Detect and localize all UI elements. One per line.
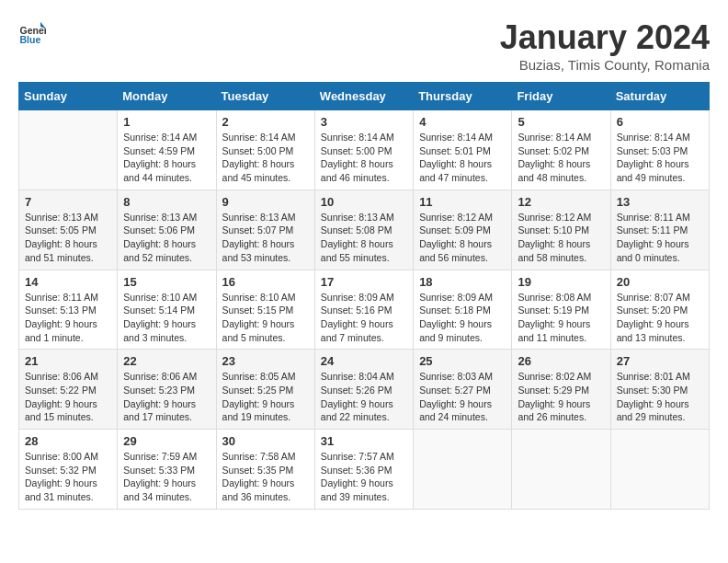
calendar-week-4: 28Sunrise: 8:00 AMSunset: 5:32 PMDayligh… [19,430,710,510]
header-saturday: Saturday [610,83,709,110]
calendar-cell-w3-d0: 21Sunrise: 8:06 AMSunset: 5:22 PMDayligh… [19,350,118,430]
day-number: 11 [419,195,506,209]
day-info: Sunrise: 8:14 AMSunset: 5:01 PMDaylight:… [419,131,506,185]
day-info: Sunrise: 8:14 AMSunset: 5:00 PMDaylight:… [321,131,407,185]
calendar-cell-w4-d4 [414,430,512,510]
day-number: 19 [518,275,604,289]
day-info: Sunrise: 8:10 AMSunset: 5:14 PMDaylight:… [123,291,210,345]
calendar-cell-w2-d6: 20Sunrise: 8:07 AMSunset: 5:20 PMDayligh… [610,270,709,350]
day-number: 3 [321,115,407,129]
day-info: Sunrise: 8:02 AMSunset: 5:29 PMDaylight:… [518,370,604,424]
calendar-cell-w4-d3: 31Sunrise: 7:57 AMSunset: 5:36 PMDayligh… [314,430,413,510]
header-monday: Monday [118,83,216,110]
day-number: 27 [617,354,703,368]
day-number: 26 [518,354,604,368]
day-number: 16 [222,275,309,289]
calendar-week-0: 1Sunrise: 8:14 AMSunset: 4:59 PMDaylight… [19,110,710,190]
calendar-cell-w4-d1: 29Sunrise: 7:59 AMSunset: 5:33 PMDayligh… [118,430,216,510]
calendar-cell-w0-d2: 2Sunrise: 8:14 AMSunset: 5:00 PMDaylight… [216,110,314,190]
day-number: 5 [518,115,604,129]
calendar-cell-w0-d0 [19,110,118,190]
calendar-body: 1Sunrise: 8:14 AMSunset: 4:59 PMDaylight… [19,110,710,510]
day-number: 23 [222,354,309,368]
day-info: Sunrise: 7:58 AMSunset: 5:35 PMDaylight:… [222,450,309,504]
day-number: 7 [25,195,111,209]
day-info: Sunrise: 8:01 AMSunset: 5:30 PMDaylight:… [617,370,703,424]
day-number: 12 [518,195,604,209]
day-number: 8 [123,195,210,209]
calendar-cell-w2-d3: 17Sunrise: 8:09 AMSunset: 5:16 PMDayligh… [314,270,413,350]
day-info: Sunrise: 8:06 AMSunset: 5:22 PMDaylight:… [25,370,111,424]
day-info: Sunrise: 8:09 AMSunset: 5:18 PMDaylight:… [419,291,506,345]
calendar-cell-w1-d0: 7Sunrise: 8:13 AMSunset: 5:05 PMDaylight… [19,190,118,270]
calendar-cell-w4-d0: 28Sunrise: 8:00 AMSunset: 5:32 PMDayligh… [19,430,118,510]
day-info: Sunrise: 8:13 AMSunset: 5:05 PMDaylight:… [25,211,111,265]
day-number: 24 [321,354,407,368]
day-number: 25 [419,354,506,368]
day-number: 18 [419,275,506,289]
day-number: 9 [222,195,309,209]
calendar-subtitle: Buzias, Timis County, Romania [500,57,710,73]
day-info: Sunrise: 8:14 AMSunset: 5:02 PMDaylight:… [518,131,604,185]
calendar-week-3: 21Sunrise: 8:06 AMSunset: 5:22 PMDayligh… [19,350,710,430]
calendar-cell-w4-d2: 30Sunrise: 7:58 AMSunset: 5:35 PMDayligh… [216,430,314,510]
day-info: Sunrise: 8:13 AMSunset: 5:08 PMDaylight:… [321,211,407,265]
day-info: Sunrise: 7:59 AMSunset: 5:33 PMDaylight:… [123,450,210,504]
day-number: 4 [419,115,506,129]
header-wednesday: Wednesday [314,83,413,110]
calendar-cell-w2-d1: 15Sunrise: 8:10 AMSunset: 5:14 PMDayligh… [118,270,216,350]
day-number: 15 [123,275,210,289]
day-info: Sunrise: 8:04 AMSunset: 5:26 PMDaylight:… [321,370,407,424]
calendar-cell-w0-d5: 5Sunrise: 8:14 AMSunset: 5:02 PMDaylight… [512,110,610,190]
calendar-cell-w0-d6: 6Sunrise: 8:14 AMSunset: 5:03 PMDaylight… [610,110,709,190]
day-info: Sunrise: 8:07 AMSunset: 5:20 PMDaylight:… [617,291,703,345]
calendar-header: Sunday Monday Tuesday Wednesday Thursday… [19,83,710,110]
day-number: 6 [617,115,703,129]
calendar-cell-w2-d2: 16Sunrise: 8:10 AMSunset: 5:15 PMDayligh… [216,270,314,350]
header: General Blue January 2024 Buzias, Timis … [18,18,710,73]
day-number: 28 [25,434,111,448]
title-area: January 2024 Buzias, Timis County, Roman… [500,18,710,73]
logo: General Blue [18,18,46,46]
header-thursday: Thursday [414,83,512,110]
calendar-cell-w1-d2: 9Sunrise: 8:13 AMSunset: 5:07 PMDaylight… [216,190,314,270]
day-number: 29 [123,434,210,448]
calendar-cell-w0-d3: 3Sunrise: 8:14 AMSunset: 5:00 PMDaylight… [314,110,413,190]
calendar-cell-w0-d4: 4Sunrise: 8:14 AMSunset: 5:01 PMDaylight… [414,110,512,190]
header-row: Sunday Monday Tuesday Wednesday Thursday… [19,83,710,110]
day-info: Sunrise: 8:11 AMSunset: 5:13 PMDaylight:… [25,291,111,345]
calendar-cell-w3-d1: 22Sunrise: 8:06 AMSunset: 5:23 PMDayligh… [118,350,216,430]
calendar-cell-w0-d1: 1Sunrise: 8:14 AMSunset: 4:59 PMDaylight… [118,110,216,190]
calendar-cell-w4-d5 [512,430,610,510]
calendar-cell-w1-d6: 13Sunrise: 8:11 AMSunset: 5:11 PMDayligh… [610,190,709,270]
calendar-cell-w3-d2: 23Sunrise: 8:05 AMSunset: 5:25 PMDayligh… [216,350,314,430]
calendar-cell-w3-d3: 24Sunrise: 8:04 AMSunset: 5:26 PMDayligh… [314,350,413,430]
calendar-week-1: 7Sunrise: 8:13 AMSunset: 5:05 PMDaylight… [19,190,710,270]
day-number: 31 [321,434,407,448]
day-info: Sunrise: 8:13 AMSunset: 5:06 PMDaylight:… [123,211,210,265]
calendar-cell-w4-d6 [610,430,709,510]
day-number: 1 [123,115,210,129]
logo-icon: General Blue [18,18,46,46]
calendar-cell-w1-d1: 8Sunrise: 8:13 AMSunset: 5:06 PMDaylight… [118,190,216,270]
calendar-cell-w1-d4: 11Sunrise: 8:12 AMSunset: 5:09 PMDayligh… [414,190,512,270]
header-friday: Friday [512,83,610,110]
calendar-cell-w1-d3: 10Sunrise: 8:13 AMSunset: 5:08 PMDayligh… [314,190,413,270]
calendar-cell-w2-d0: 14Sunrise: 8:11 AMSunset: 5:13 PMDayligh… [19,270,118,350]
calendar-cell-w3-d6: 27Sunrise: 8:01 AMSunset: 5:30 PMDayligh… [610,350,709,430]
day-number: 14 [25,275,111,289]
day-info: Sunrise: 8:14 AMSunset: 4:59 PMDaylight:… [123,131,210,185]
calendar-cell-w1-d5: 12Sunrise: 8:12 AMSunset: 5:10 PMDayligh… [512,190,610,270]
calendar-cell-w3-d5: 26Sunrise: 8:02 AMSunset: 5:29 PMDayligh… [512,350,610,430]
day-info: Sunrise: 8:14 AMSunset: 5:00 PMDaylight:… [222,131,309,185]
day-info: Sunrise: 8:05 AMSunset: 5:25 PMDaylight:… [222,370,309,424]
calendar-week-2: 14Sunrise: 8:11 AMSunset: 5:13 PMDayligh… [19,270,710,350]
day-number: 17 [321,275,407,289]
day-info: Sunrise: 8:14 AMSunset: 5:03 PMDaylight:… [617,131,703,185]
day-info: Sunrise: 8:09 AMSunset: 5:16 PMDaylight:… [321,291,407,345]
calendar-cell-w2-d5: 19Sunrise: 8:08 AMSunset: 5:19 PMDayligh… [512,270,610,350]
day-info: Sunrise: 8:08 AMSunset: 5:19 PMDaylight:… [518,291,604,345]
day-info: Sunrise: 8:12 AMSunset: 5:09 PMDaylight:… [419,211,506,265]
day-number: 30 [222,434,309,448]
day-number: 10 [321,195,407,209]
